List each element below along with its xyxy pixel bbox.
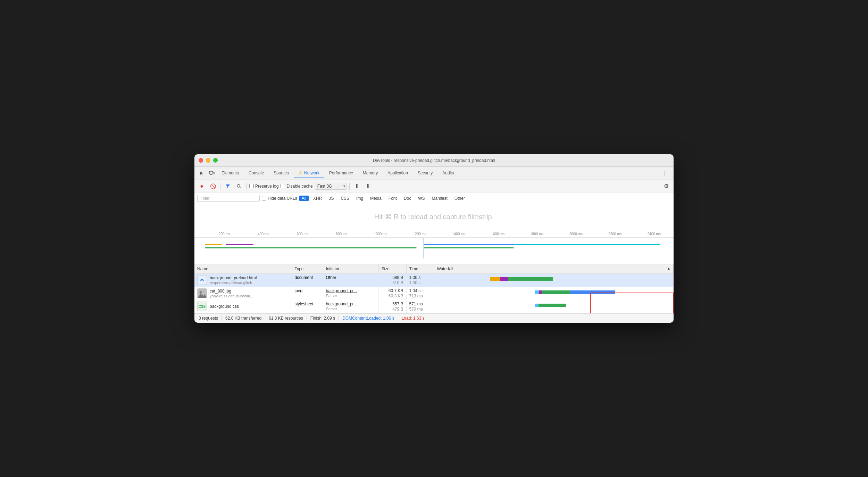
minimize-button[interactable] — [206, 158, 210, 163]
row3-size: 657 B 479 B — [378, 300, 406, 313]
row3-name-cell: CSS background.css — [194, 300, 292, 313]
filter-bar: Hide data URLs All XHR JS CSS Img Media … — [194, 192, 674, 204]
table-row[interactable]: <> background_preload.html responsive-pr… — [194, 274, 674, 287]
status-transferred: 62.0 KB transferred — [225, 316, 261, 321]
wf2-lightblue — [535, 290, 539, 294]
disable-cache-checkbox[interactable] — [281, 184, 285, 188]
row2-initiator: background_pr... Parser — [323, 287, 378, 300]
row1-size: 689 B 510 B — [378, 274, 406, 287]
tab-sources[interactable]: Sources — [269, 168, 294, 178]
disable-cache-label: Disable cache — [286, 184, 312, 189]
tick-2000: 2000 ms — [557, 232, 596, 236]
tick-800: 800 ms — [322, 232, 361, 236]
table-row[interactable]: cat_800.jpg yoavweiss.github.io/ima... j… — [194, 287, 674, 300]
jpeg-preview-icon — [198, 288, 207, 298]
col-header-initiator: Initiator — [323, 264, 378, 274]
waterfall-sort-icon[interactable]: ▲ — [667, 266, 670, 270]
table-header-row: Name Type Initiator Size Time Waterfall … — [194, 264, 674, 274]
preserve-log-label: Preserve log — [255, 184, 278, 189]
filter-type-js[interactable]: JS — [326, 196, 336, 201]
record-button[interactable]: ● — [197, 182, 206, 191]
maximize-button[interactable] — [213, 158, 218, 163]
responsive-icon[interactable] — [207, 168, 217, 178]
filter-type-other[interactable]: Other — [452, 196, 467, 201]
tick-1600: 1600 ms — [478, 232, 518, 236]
tick-2200: 2200 ms — [595, 232, 635, 236]
wf1-green — [508, 277, 553, 281]
row2-file-icon — [197, 288, 207, 298]
disable-cache-group: Disable cache — [281, 184, 312, 189]
filter-type-xhr[interactable]: XHR — [311, 196, 324, 201]
filter-type-all[interactable]: All — [299, 196, 309, 201]
tab-memory[interactable]: Memory — [358, 168, 383, 178]
close-button[interactable] — [199, 158, 203, 163]
row1-file-names: background_preload.html responsive-prelo… — [210, 275, 257, 285]
tick-1800: 1800 ms — [517, 232, 557, 236]
row3-file-names: background.css — [210, 304, 239, 309]
tab-security[interactable]: Security — [413, 168, 437, 178]
status-divider-1 — [222, 315, 222, 321]
filter-type-css[interactable]: CSS — [338, 196, 352, 201]
clear-button[interactable]: 🚫 — [208, 182, 217, 191]
search-icon[interactable] — [234, 182, 243, 191]
svg-point-3 — [237, 184, 240, 187]
cursor-icon[interactable] — [197, 168, 207, 178]
network-table-wrapper: Name Type Initiator Size Time Waterfall … — [194, 264, 674, 313]
filter-input[interactable] — [197, 195, 260, 202]
toolbar-divider-1 — [220, 183, 220, 190]
tick-200: 200 ms — [205, 232, 244, 236]
row1-filename: background_preload.html — [210, 275, 257, 280]
row2-size: 60.7 KB 60.3 KB — [378, 287, 406, 300]
preserve-log-checkbox[interactable] — [249, 184, 254, 188]
tab-audits[interactable]: Audits — [437, 168, 459, 178]
tab-elements[interactable]: Elements — [217, 168, 244, 178]
throttle-select-wrap: Fast 3G Slow 3G No throttling Offline — [315, 183, 347, 190]
timeline-area: 200 ms 400 ms 600 ms 800 ms 1000 ms 1200… — [194, 229, 674, 264]
toolbar-divider-3 — [349, 183, 350, 190]
status-resources: 61.3 KB resources — [269, 316, 303, 321]
row3-file-icon: CSS — [197, 302, 207, 311]
status-dom: DOMContentLoaded: 1.06 s — [342, 316, 394, 321]
tab-application[interactable]: Application — [383, 168, 413, 178]
tab-network[interactable]: ⚠ Network — [294, 168, 324, 178]
warning-icon: ⚠ — [299, 170, 303, 175]
row2-filename: cat_800.jpg — [210, 289, 253, 294]
col-header-size: Size — [378, 264, 406, 274]
filter-type-media[interactable]: Media — [368, 196, 384, 201]
filter-type-ws[interactable]: WS — [416, 196, 427, 201]
filter-type-font[interactable]: Font — [386, 196, 399, 201]
throttle-select[interactable]: Fast 3G Slow 3G No throttling Offline — [315, 183, 347, 190]
wf3-lightblue — [535, 304, 539, 307]
more-options-button[interactable]: ⋮ — [659, 170, 671, 177]
tick-1400: 1400 ms — [439, 232, 478, 236]
filter-type-doc[interactable]: Doc — [401, 196, 414, 201]
title-bar: DevTools - responsive-preload.glitch.me/… — [194, 154, 674, 167]
row3-type: stylesheet — [292, 300, 323, 313]
wf1-orange — [490, 277, 500, 281]
row3-time: 571 ms 570 ms — [406, 300, 434, 313]
filmstrip-hint-text: Hit ⌘ R to reload and capture filmstrip. — [374, 213, 494, 221]
col-header-type: Type — [292, 264, 323, 274]
table-row[interactable]: CSS background.css stylesheet background… — [194, 300, 674, 313]
tick-400: 400 ms — [244, 232, 283, 236]
tab-console[interactable]: Console — [244, 168, 269, 178]
svg-point-6 — [200, 291, 202, 294]
filter-type-manifest[interactable]: Manifest — [429, 196, 450, 201]
tick-600: 600 ms — [283, 232, 322, 236]
col-header-waterfall: Waterfall ▲ — [434, 264, 674, 274]
hide-data-urls-label: Hide data URLs — [268, 196, 297, 201]
filter-icon[interactable] — [223, 182, 232, 191]
svg-rect-1 — [213, 172, 214, 174]
status-load: Load: 1.63 s — [402, 316, 425, 321]
hide-data-urls-checkbox[interactable] — [262, 196, 266, 200]
tab-performance[interactable]: Performance — [324, 168, 358, 178]
filter-type-img[interactable]: Img — [354, 196, 366, 201]
settings-icon[interactable]: ⚙ — [662, 182, 671, 191]
upload-icon[interactable]: ⬆ — [352, 182, 361, 191]
download-icon[interactable]: ⬇ — [364, 182, 373, 191]
row2-type: jpeg — [292, 287, 323, 300]
row1-initiator: Other — [323, 274, 378, 287]
devtools-window: DevTools - responsive-preload.glitch.me/… — [194, 154, 674, 323]
status-divider-5 — [398, 315, 398, 321]
track-green-long — [205, 247, 417, 248]
